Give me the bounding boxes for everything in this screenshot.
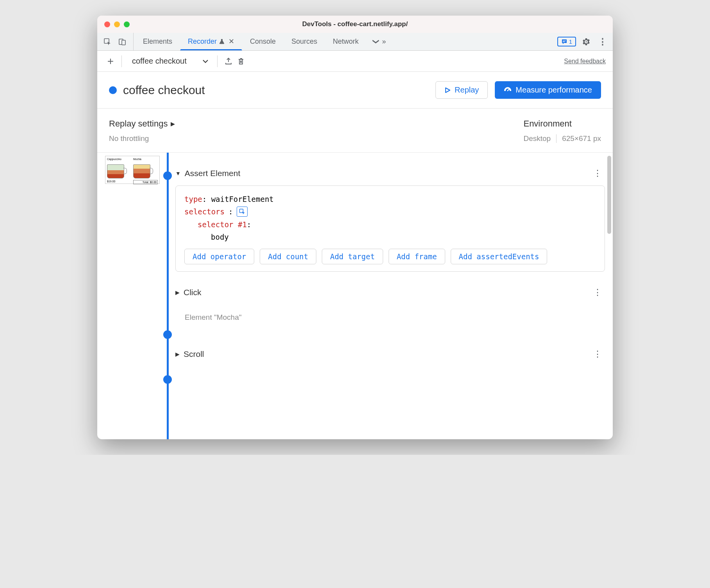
recording-title: coffee checkout (123, 84, 205, 97)
step-screenshot[interactable]: Cappuccino $19.00 Mocha Total: $0.00 (105, 156, 160, 184)
titlebar: DevTools - coffee-cart.netlify.app/ (97, 16, 613, 33)
replay-settings-label: Replay settings (109, 119, 168, 129)
viewport-value: 625×671 px (562, 134, 601, 143)
expand-icon: ▶ (175, 351, 180, 357)
delete-button[interactable] (235, 55, 247, 68)
traffic-lights (104, 21, 130, 27)
svg-rect-3 (563, 41, 566, 41)
export-button[interactable] (222, 55, 235, 68)
chevron-right-icon: ▸ (171, 119, 175, 129)
thumb-total: Total: $0.00 (133, 180, 158, 184)
recording-name: coffee checkout (132, 57, 187, 66)
svg-rect-2 (122, 40, 125, 45)
gauge-icon (504, 86, 512, 94)
step-title: Assert Element (185, 169, 240, 178)
divider (556, 134, 557, 143)
replay-label: Replay (455, 86, 479, 94)
timeline-line (160, 153, 175, 439)
throttling-value: No throttling (109, 134, 175, 143)
step-title: Click (184, 288, 202, 297)
add-count-button[interactable]: Add count (260, 249, 316, 264)
expand-icon: ▶ (175, 289, 180, 296)
recording-header: coffee checkout Replay Measure performan… (97, 72, 613, 109)
tab-console[interactable]: Console (242, 33, 284, 50)
chat-icon (561, 39, 567, 45)
scrollbar[interactable] (607, 156, 611, 234)
play-icon (444, 87, 451, 93)
timeline-content: Cappuccino $19.00 Mocha Total: $0.00 (97, 153, 613, 439)
divider (121, 55, 122, 67)
recorder-toolbar: + coffee checkout Send feedback (97, 51, 613, 72)
tab-sources[interactable]: Sources (284, 33, 325, 50)
collapse-icon: ▼ (175, 170, 181, 176)
divider (217, 55, 218, 67)
replay-button[interactable]: Replay (435, 81, 488, 99)
issues-count: 1 (569, 38, 572, 45)
step-assert-header[interactable]: ▼ Assert Element ⋮ (175, 168, 605, 178)
maximize-window-button[interactable] (124, 21, 130, 27)
tab-recorder[interactable]: Recorder ✕ (180, 33, 242, 50)
step-title: Scroll (184, 349, 204, 359)
tab-elements[interactable]: Elements (135, 33, 180, 50)
screenshot-column: Cappuccino $19.00 Mocha Total: $0.00 (97, 153, 160, 439)
settings-icon[interactable] (580, 36, 592, 48)
step-click-header[interactable]: ▶ Click ⋮ (175, 287, 605, 298)
code-key: selector #1 (198, 220, 247, 229)
minimize-window-button[interactable] (114, 21, 120, 27)
recording-status-dot (109, 86, 117, 94)
timeline-dot (163, 375, 172, 384)
device-toolbar-icon[interactable] (116, 36, 128, 48)
devtools-window: DevTools - coffee-cart.netlify.app/ Elem… (97, 16, 613, 439)
close-tab-icon[interactable]: ✕ (228, 37, 234, 46)
code-val: waitForElement (211, 195, 274, 203)
tab-network[interactable]: Network (325, 33, 366, 50)
more-menu-icon[interactable]: ⋮ (596, 36, 609, 48)
new-recording-button[interactable]: + (104, 55, 117, 68)
chevron-down-icon (202, 59, 209, 63)
svg-point-5 (507, 90, 508, 91)
more-tabs-icon[interactable]: » (366, 33, 391, 50)
flask-icon (219, 39, 225, 44)
issues-button[interactable]: 1 (557, 37, 576, 46)
devtools-tabbar: Elements Recorder ✕ Console Sources Netw… (97, 33, 613, 51)
step-assert-body: type: waitForElement selectors: selector… (175, 185, 605, 272)
step-scroll-header[interactable]: ▶ Scroll ⋮ (175, 349, 605, 359)
settings-row: Replay settings ▸ No throttling Environm… (97, 109, 613, 153)
measure-label: Measure performance (516, 86, 592, 94)
window-title: DevTools - coffee-cart.netlify.app/ (97, 20, 613, 28)
replay-settings-toggle[interactable]: Replay settings ▸ (109, 119, 175, 129)
timeline-dot (163, 171, 172, 180)
step-more-icon[interactable]: ⋮ (593, 168, 605, 178)
svg-rect-4 (563, 41, 565, 42)
send-feedback-link[interactable]: Send feedback (564, 58, 606, 65)
step-more-icon[interactable]: ⋮ (593, 349, 605, 359)
measure-performance-button[interactable]: Measure performance (495, 81, 601, 99)
add-asserted-events-button[interactable]: Add assertedEvents (451, 249, 548, 264)
timeline-dot (163, 330, 172, 339)
code-val: body (211, 233, 229, 241)
device-value: Desktop (523, 134, 551, 143)
recording-selector[interactable]: coffee checkout (132, 57, 209, 66)
inspect-element-icon[interactable] (101, 36, 114, 48)
step-click-subtitle: Element "Mocha" (185, 313, 605, 322)
add-target-button[interactable]: Add target (322, 249, 383, 264)
add-frame-button[interactable]: Add frame (389, 249, 445, 264)
element-picker-button[interactable] (237, 207, 248, 217)
close-window-button[interactable] (104, 21, 110, 27)
add-operator-button[interactable]: Add operator (184, 249, 254, 264)
code-key: type (184, 195, 202, 203)
environment-label: Environment (523, 119, 601, 129)
tab-recorder-label: Recorder (188, 37, 217, 46)
code-key: selectors (184, 205, 225, 218)
step-more-icon[interactable]: ⋮ (593, 287, 605, 298)
